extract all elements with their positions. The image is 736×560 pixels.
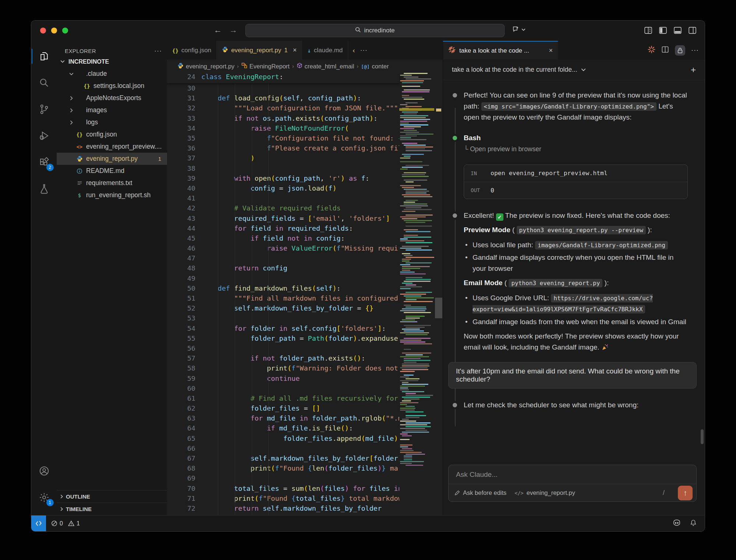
tool-io-card[interactable]: INopen evening_report_preview.htmlOUT0 xyxy=(464,164,688,199)
edit-mode-toggle[interactable]: Ask before edits xyxy=(454,489,506,496)
scrollbar-thumb[interactable] xyxy=(435,298,442,318)
code-line: 35 f"Configuration file not found: {conf… xyxy=(167,133,399,143)
file-tree-item[interactable]: logs xyxy=(57,116,167,128)
timeline-section[interactable]: TIMELINE xyxy=(57,503,167,515)
vscode-window: ← → incredinote xyxy=(31,20,705,532)
assistant-message: Email Mode ( python3 evening_report.py )… xyxy=(443,277,705,289)
chevron-right-icon xyxy=(60,493,64,500)
py-symbol-icon xyxy=(177,63,184,70)
code-line: 53 xyxy=(167,313,399,323)
file-tree-item[interactable]: AppleNotesExports xyxy=(57,92,167,104)
claude-chat-tab[interactable]: take a look at the code ... × xyxy=(443,41,558,60)
notifications-bell-icon[interactable] xyxy=(689,519,697,528)
minimap[interactable] xyxy=(399,73,434,515)
code-line: 51 """Find all markdown files in configu… xyxy=(167,293,399,303)
split-editor-icon[interactable] xyxy=(661,46,669,55)
editor-scrollbar[interactable] xyxy=(434,73,443,515)
chat-scrollbar-thumb[interactable] xyxy=(701,429,704,444)
breadcrumb-item[interactable]: [@]conter xyxy=(361,63,389,70)
slash-command-hint[interactable]: / xyxy=(663,489,665,497)
editor-tab-evening_report.py[interactable]: evening_report.py1× xyxy=(217,41,302,60)
workspace-root[interactable]: INCREDINOTE xyxy=(57,56,167,68)
remote-indicator[interactable] xyxy=(31,515,46,531)
new-session-button[interactable]: + xyxy=(691,65,696,75)
code-line: 37 ) xyxy=(167,153,399,163)
close-window-button[interactable] xyxy=(40,28,46,33)
explorer-icon[interactable] xyxy=(35,47,53,65)
copilot-status-icon[interactable] xyxy=(672,518,681,529)
file-tree-item[interactable]: {}settings.local.json xyxy=(57,80,167,92)
breadcrumb-item[interactable]: create_html_email xyxy=(297,63,354,70)
code-editor[interactable]: 24 class EveningReport: 3031 def load_co… xyxy=(167,73,443,515)
file-tree-item[interactable]: {}config.json xyxy=(57,128,167,141)
breadcrumb-separator: › xyxy=(357,63,358,69)
minimize-window-button[interactable] xyxy=(51,28,57,33)
tool-description: └ Open preview in browser xyxy=(464,144,688,155)
breadcrumb-item[interactable]: evening_report.py xyxy=(177,63,234,70)
search-sidebar-icon[interactable] xyxy=(35,74,53,92)
scroll-tabs-left-icon[interactable]: ‹ xyxy=(353,46,355,54)
file-tree-item[interactable]: .claude xyxy=(57,68,167,80)
file-tree-item[interactable]: requirements.txt xyxy=(57,177,167,189)
outline-section[interactable]: OUTLINE xyxy=(57,490,167,503)
code-line: 71 print(f"Found {total_files} total mar… xyxy=(167,493,399,503)
settings-gear-icon[interactable]: 1 xyxy=(35,489,53,506)
breadcrumb-item[interactable]: EveningReport xyxy=(241,63,290,70)
file-name: run_evening_report.sh xyxy=(86,191,151,199)
turn-dot xyxy=(453,93,457,98)
chat-input-placeholder[interactable]: Ask Claude... xyxy=(449,465,696,484)
more-tabs-icon[interactable]: ··· xyxy=(360,47,368,54)
testing-icon[interactable] xyxy=(35,180,53,198)
file-tree-item[interactable]: README.md xyxy=(57,165,167,177)
explorer-more-icon[interactable]: ··· xyxy=(154,47,162,55)
file-tree-item[interactable]: images xyxy=(57,104,167,116)
list-item: Uses Google Drive URL: https://drive.goo… xyxy=(464,293,688,315)
file-tree-item[interactable]: <>evening_report_preview.... xyxy=(57,141,167,153)
py-file-icon xyxy=(222,46,228,54)
chat-input[interactable]: Ask Claude... Ask before edits </> eveni… xyxy=(448,465,697,502)
zoom-window-button[interactable] xyxy=(62,28,68,33)
toggle-secondary-sidebar-icon[interactable] xyxy=(688,26,697,35)
file-name: .claude xyxy=(86,70,107,78)
send-button[interactable]: ↑ xyxy=(678,486,693,500)
session-header[interactable]: take a look at the code in the current f… xyxy=(443,60,705,80)
extensions-icon[interactable]: 2 xyxy=(35,153,53,171)
sticky-scroll-line[interactable]: 24 class EveningReport: xyxy=(167,73,399,83)
claude-starburst-icon xyxy=(448,46,456,55)
code-line: 34 raise FileNotFoundError( xyxy=(167,123,399,133)
claude-starburst-icon[interactable] xyxy=(648,46,655,55)
file-tree-item[interactable]: $run_evening_report.sh xyxy=(57,189,167,201)
customize-layout-icon[interactable] xyxy=(644,26,652,35)
copilot-chat-button[interactable] xyxy=(512,25,526,33)
toggle-panel-icon[interactable] xyxy=(673,26,682,35)
lock-icon[interactable] xyxy=(675,45,685,56)
context-file-chip[interactable]: </> evening_report.py xyxy=(514,489,575,496)
more-actions-icon[interactable]: ··· xyxy=(691,46,699,54)
account-icon[interactable] xyxy=(35,462,53,480)
command-center-search[interactable]: incredinote xyxy=(245,24,505,37)
source-control-icon[interactable] xyxy=(35,100,53,118)
turn-dot xyxy=(453,136,457,140)
problems-status[interactable]: 0 1 xyxy=(51,520,80,527)
breadcrumb[interactable]: evening_report.py›EveningReport›create_h… xyxy=(167,60,443,73)
json-file-icon: {} xyxy=(172,47,178,54)
file-name: logs xyxy=(86,118,98,126)
editor-tab-claude.md[interactable]: ↓claude.md xyxy=(302,41,348,60)
misc-symbol-icon: [@] xyxy=(361,63,369,70)
forward-button[interactable]: → xyxy=(228,25,239,35)
code-line: 69 xyxy=(167,473,399,483)
inline-code: python3 evening_report.py --preview xyxy=(517,226,646,234)
toggle-primary-sidebar-icon[interactable] xyxy=(659,26,667,35)
run-debug-icon[interactable] xyxy=(35,127,53,145)
user-message: It's after 10pm and the email did not se… xyxy=(448,362,697,389)
file-tree-item[interactable]: evening_report.py1 xyxy=(57,153,167,165)
assistant-message: Let me check the scheduler to see what m… xyxy=(443,400,705,411)
back-button[interactable]: ← xyxy=(212,25,223,35)
py-file-icon xyxy=(75,156,84,162)
code-line: 33 if not os.path.exists(config_path): xyxy=(167,113,399,123)
code-line: 46 raise ValueError(f"Missing required f… xyxy=(167,243,399,253)
close-icon[interactable]: × xyxy=(549,47,553,54)
problems-badge: 1 xyxy=(158,156,161,162)
close-icon[interactable]: × xyxy=(293,46,297,54)
editor-tab-config.json[interactable]: {}config.json xyxy=(167,41,217,60)
